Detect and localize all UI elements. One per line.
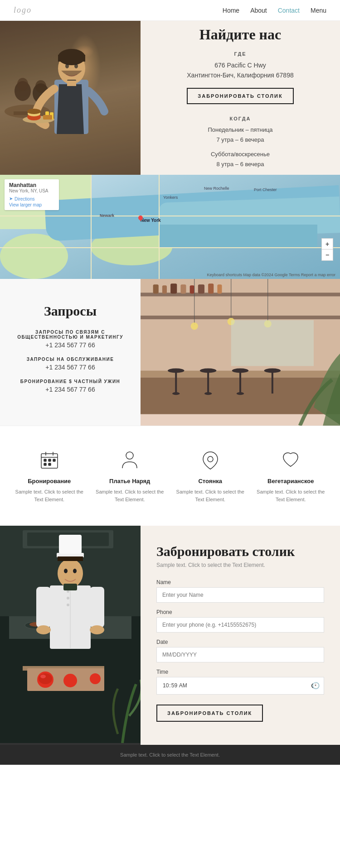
feature-booking-name: Бронирование <box>28 478 71 484</box>
svg-point-89 <box>36 625 51 634</box>
map-section: Newark New York Yonkers New Rochelle Por… <box>0 175 340 279</box>
feature-dresscode-desc: Sample text. Click to select the Text El… <box>93 488 166 503</box>
name-input[interactable] <box>156 587 324 603</box>
svg-point-80 <box>73 569 77 573</box>
svg-point-49 <box>191 322 198 330</box>
map-location: New York, NY, USA <box>9 188 54 193</box>
svg-rect-29 <box>170 283 177 293</box>
svg-point-95 <box>63 674 77 687</box>
map-city-newyork: New York <box>141 218 161 223</box>
bar-illustration <box>141 279 340 426</box>
date-input[interactable] <box>156 647 324 662</box>
clock-icon: 🕙 <box>312 682 320 690</box>
map-label-box: Manhattan New York, NY, USA ➤ Directions… <box>5 179 59 210</box>
private-phone: +1 234 567 77 66 <box>20 386 121 393</box>
when-label: КОГДА <box>229 116 251 121</box>
service-label: ЗАПРОСЫ НА ОБСЛУЖИВАНИЕ <box>27 357 114 362</box>
svg-rect-33 <box>208 283 214 293</box>
phone-input[interactable] <box>156 617 324 633</box>
map-city-newark: Newark <box>100 213 114 218</box>
hero-section: Найдите нас ГДЕ 676 Pacific C Hwy Хантин… <box>0 21 340 175</box>
svg-rect-61 <box>53 459 55 461</box>
map-water-3 <box>159 225 317 247</box>
map-zoom-in[interactable]: + <box>322 239 333 249</box>
heart-svg <box>281 450 301 470</box>
svg-point-13 <box>74 64 78 68</box>
svg-rect-21 <box>43 115 52 120</box>
pr-inquiry-block: ЗАПРОСЫ ПО СВЯЗЯМ С ОБЩЕСТВЕННОСТЬЮ И МА… <box>14 330 127 349</box>
submit-booking-button[interactable]: ЗАБРОНИРОВАТЬ СТОЛИК <box>156 705 263 722</box>
feature-booking-desc: Sample text. Click to select the Text El… <box>13 488 86 503</box>
feature-parking-name: Стоянка <box>198 478 222 484</box>
pr-phone: +1 234 567 77 66 <box>14 341 127 349</box>
time-input-wrapper: 🕙 <box>156 677 324 695</box>
svg-rect-76 <box>59 535 82 554</box>
feature-vegetarian: Вегетарианское Sample text. Click to sel… <box>254 449 327 503</box>
svg-rect-63 <box>49 463 51 465</box>
svg-point-97 <box>40 675 46 678</box>
svg-rect-30 <box>180 284 186 293</box>
book-table-button[interactable]: ЗАБРОНИРОВАТЬ СТОЛИК <box>187 88 293 104</box>
footer: Sample text. Click to select the Text El… <box>0 745 340 765</box>
weekend-label: Суббота/воскресенье <box>211 151 270 158</box>
svg-point-79 <box>64 569 68 573</box>
map-directions-link[interactable]: Directions <box>15 197 34 201</box>
feature-dresscode: Платье Наряд Sample text. Click to selec… <box>93 449 166 503</box>
map-view-larger-link[interactable]: View larger map <box>9 202 54 207</box>
booking-title: Забронировать столик <box>156 544 324 559</box>
svg-rect-87 <box>36 587 51 628</box>
svg-rect-54 <box>231 320 314 366</box>
svg-rect-27 <box>153 284 159 293</box>
service-phone: +1 234 567 77 66 <box>27 364 114 371</box>
calendar-icon <box>38 449 61 471</box>
svg-rect-44 <box>239 371 241 394</box>
hero-image-placeholder <box>0 21 141 175</box>
nav-contact[interactable]: Contact <box>278 7 300 14</box>
svg-point-6 <box>35 80 46 93</box>
svg-rect-32 <box>198 284 204 293</box>
feature-dresscode-name: Платье Наряд <box>109 478 150 484</box>
svg-rect-38 <box>175 371 177 394</box>
weekend-time: 8 утра – 6 вечера <box>216 161 264 168</box>
map-zoom-out[interactable]: − <box>322 249 333 260</box>
map-city-newrochelle: New Rochelle <box>204 186 229 191</box>
booking-section: Забронировать столик Sample text. Click … <box>0 526 340 745</box>
date-form-group: Date <box>156 639 324 662</box>
svg-point-77 <box>58 559 83 588</box>
svg-rect-22 <box>67 81 76 86</box>
private-label: БРОНИРОВАНИЕ $ ЧАСТНЫЙ УЖИН <box>20 379 121 384</box>
where-label: ГДЕ <box>234 51 246 57</box>
svg-point-64 <box>126 452 133 459</box>
time-label: Time <box>156 669 324 675</box>
hero-title: Найдите нас <box>199 26 282 43</box>
pr-label: ЗАПРОСЫ ПО СВЯЗЯМ С ОБЩЕСТВЕННОСТЬЮ И МА… <box>14 330 127 340</box>
svg-rect-60 <box>49 459 51 461</box>
nav-menu[interactable]: Menu <box>311 7 326 14</box>
time-input[interactable] <box>156 677 324 695</box>
svg-point-94 <box>39 673 52 684</box>
map-city-portchester: Port Chester <box>254 187 277 192</box>
date-label: Date <box>156 639 324 645</box>
map-footer: Keyboard shortcuts Map data ©2024 Google… <box>207 273 335 277</box>
navigation: logo Home About Contact Menu <box>0 0 340 21</box>
hours-weekday: Понедельник – пятница 7 утра – 6 вечера <box>208 125 272 145</box>
svg-rect-11 <box>58 55 85 62</box>
feature-parking: Стоянка Sample text. Click to select the… <box>174 449 247 503</box>
location-svg <box>200 450 220 470</box>
inquiries-title: Запросы <box>44 303 97 319</box>
svg-point-84 <box>67 597 69 599</box>
svg-point-12 <box>65 64 69 68</box>
waiter-illustration <box>0 21 141 175</box>
feature-parking-desc: Sample text. Click to select the Text El… <box>174 488 247 503</box>
nav-home[interactable]: Home <box>223 7 239 14</box>
person-icon <box>118 449 141 471</box>
svg-rect-88 <box>90 587 104 628</box>
feature-vegetarian-name: Вегетарианское <box>267 478 314 484</box>
calendar-svg <box>39 450 59 470</box>
weekday-label: Понедельник – пятница <box>208 126 272 133</box>
hero-image <box>0 21 141 175</box>
map-road-1 <box>0 216 340 216</box>
address-line2: Хантингтон-Бич, Калифорния 67898 <box>187 72 293 79</box>
nav-about[interactable]: About <box>250 7 267 14</box>
directions-icon: ➤ <box>9 196 13 201</box>
